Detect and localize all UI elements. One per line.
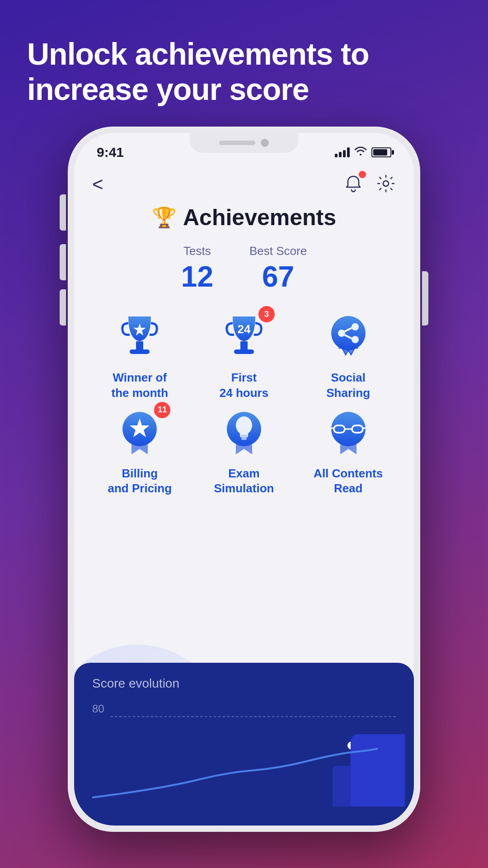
phone-outer: 9:41 [68, 127, 420, 832]
tests-stat: Tests 12 [181, 244, 213, 293]
best-score-stat: Best Score 67 [249, 244, 307, 293]
phone-screen: 9:41 [74, 133, 414, 826]
svg-rect-5 [234, 349, 254, 354]
phone-mockup: 9:41 [68, 127, 420, 841]
achievement-winner-month[interactable]: Winner ofthe month [92, 310, 188, 401]
gear-container[interactable] [376, 174, 396, 195]
bell-badge [359, 171, 366, 178]
gear-icon [376, 174, 396, 193]
achievement-billing[interactable]: 11 [92, 406, 188, 497]
exam-label: ExamSimulation [214, 466, 274, 497]
notch [190, 133, 298, 153]
achievement-social-sharing[interactable]: SocialSharing [300, 310, 396, 401]
score-card-title: Score evolution [92, 676, 396, 691]
billing-label: Billingand Pricing [108, 466, 172, 497]
best-score-value: 67 [249, 260, 307, 293]
best-score-label: Best Score [249, 244, 307, 258]
chart-curve [92, 716, 396, 807]
svg-rect-4 [240, 341, 248, 349]
trophy-star-icon [113, 310, 167, 364]
stats-row: Tests 12 Best Score 67 [92, 244, 396, 293]
chart-80-label: 80 [92, 703, 104, 715]
svg-point-10 [352, 336, 359, 343]
signal-icon [335, 147, 350, 157]
balloon-badge-icon [217, 406, 271, 460]
tests-value: 12 [181, 260, 213, 293]
page-title: Achievements [183, 204, 336, 231]
svg-point-0 [383, 181, 389, 186]
wifi-icon [354, 146, 367, 159]
nav-bar: < [92, 165, 396, 200]
score-chart: 80 67 [92, 698, 396, 807]
tests-label: Tests [181, 244, 213, 258]
all-contents-icon-wrap [321, 406, 375, 460]
svg-text:24: 24 [238, 322, 251, 336]
svg-rect-17 [241, 437, 247, 440]
winner-month-label: Winner ofthe month [112, 370, 169, 401]
svg-point-7 [331, 316, 366, 350]
page-title-row: 🏆 Achievements [92, 204, 396, 231]
svg-rect-1 [136, 341, 143, 349]
app-content: < [74, 165, 414, 826]
back-button[interactable]: < [92, 175, 103, 194]
svg-point-8 [338, 330, 345, 337]
svg-rect-2 [130, 349, 150, 354]
bell-container[interactable] [343, 174, 363, 195]
first24-badge: 3 [258, 306, 275, 322]
achievement-all-contents[interactable]: All ContentsRead [300, 406, 396, 497]
svg-point-16 [236, 416, 252, 434]
achievement-first-24[interactable]: 3 [197, 310, 292, 401]
billing-icon-wrap: 11 [113, 406, 167, 460]
camera [261, 139, 269, 147]
achievement-exam[interactable]: ExamSimulation [197, 406, 292, 497]
achievement-grid: Winner ofthe month 3 [92, 310, 396, 496]
first24-icon-wrap: 3 [217, 310, 271, 364]
social-sharing-label: SocialSharing [326, 370, 370, 401]
first24-label: First24 hours [220, 370, 268, 401]
achievements-icon: 🏆 [152, 206, 177, 229]
headline: Unlock achievements to increase your sco… [27, 36, 461, 107]
winner-icon-wrap [113, 310, 167, 364]
share-badge-icon [321, 310, 375, 364]
glasses-badge-icon [321, 406, 375, 460]
billing-badge: 11 [154, 402, 170, 418]
all-contents-label: All ContentsRead [314, 466, 383, 497]
social-icon-wrap [321, 310, 375, 364]
nav-icons [343, 174, 396, 195]
score-card: Score evolution 80 67 [74, 663, 414, 826]
battery-icon [371, 147, 391, 157]
status-time: 9:41 [97, 145, 124, 160]
speaker [219, 141, 255, 145]
status-icons [335, 146, 391, 159]
exam-icon-wrap [217, 406, 271, 460]
svg-point-9 [352, 323, 359, 330]
